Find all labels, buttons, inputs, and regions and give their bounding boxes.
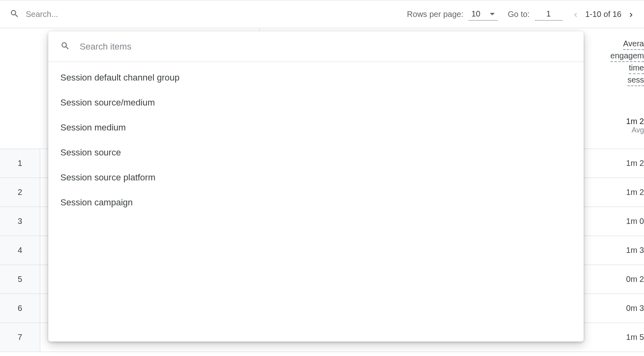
goto-input[interactable] (535, 8, 563, 21)
row-index: 3 (0, 207, 40, 236)
popup-item-session-default-channel-group[interactable]: Session default channel group (48, 65, 584, 90)
chevron-left-icon[interactable] (572, 11, 579, 17)
pager: 1-10 of 16 (572, 10, 634, 19)
search-wrap (10, 9, 407, 20)
rows-per-page-select[interactable]: 10 (468, 8, 498, 21)
dimension-dropdown-popup: Session default channel group Session so… (48, 31, 584, 342)
search-icon (10, 9, 19, 20)
rows-per-page: Rows per page: 10 (407, 8, 498, 21)
goto-wrap: Go to: (508, 8, 562, 21)
search-icon (60, 41, 70, 52)
popup-search-bar (48, 31, 584, 62)
popup-item-session-source-medium[interactable]: Session source/medium (48, 90, 584, 115)
summary-value: 1m 2 (626, 117, 644, 126)
popup-item-session-source[interactable]: Session source (48, 140, 584, 165)
rows-per-page-label: Rows per page: (407, 10, 463, 19)
dropdown-arrow-icon (490, 13, 495, 15)
goto-label: Go to: (508, 10, 529, 19)
row-value: 1m 2 (626, 188, 644, 197)
popup-item-session-source-platform[interactable]: Session source platform (48, 165, 584, 190)
toolbar-right: Rows per page: 10 Go to: 1-10 of 16 (407, 8, 634, 21)
row-value: 1m 5 (626, 333, 644, 342)
summary-label: Avg (626, 126, 644, 135)
row-index: 7 (0, 323, 40, 352)
header-line-3: time (629, 62, 644, 74)
row-value: 1m 0 (626, 217, 644, 226)
summary-stat: 1m 2 Avg (626, 117, 644, 135)
row-value: 0m 3 (626, 304, 644, 313)
popup-item-session-medium[interactable]: Session medium (48, 115, 584, 140)
column-header-avg-engagement: Avera engagem time sess (611, 38, 644, 86)
chevron-right-icon[interactable] (628, 11, 634, 17)
row-index: 2 (0, 178, 40, 207)
header-line-1: Avera (623, 38, 644, 50)
rows-per-page-value: 10 (471, 9, 480, 19)
header-line-4: sess (627, 74, 644, 86)
row-index: 4 (0, 236, 40, 265)
row-value: 1m 3 (626, 246, 644, 255)
row-value: 0m 2 (626, 275, 644, 284)
content-area: Avera engagem time sess 1m 2 Avg 1 1m 2 … (0, 28, 644, 356)
header-line-2: engagem (611, 50, 644, 62)
toolbar: Rows per page: 10 Go to: 1-10 of 16 (0, 0, 644, 28)
search-input[interactable] (26, 10, 407, 19)
popup-search-input[interactable] (80, 41, 572, 52)
row-value: 1m 2 (626, 159, 644, 168)
popup-list: Session default channel group Session so… (48, 62, 584, 218)
row-index: 6 (0, 294, 40, 323)
row-index: 1 (0, 149, 40, 178)
row-index: 5 (0, 265, 40, 294)
pager-range: 1-10 of 16 (585, 10, 621, 19)
popup-item-session-campaign[interactable]: Session campaign (48, 190, 584, 215)
